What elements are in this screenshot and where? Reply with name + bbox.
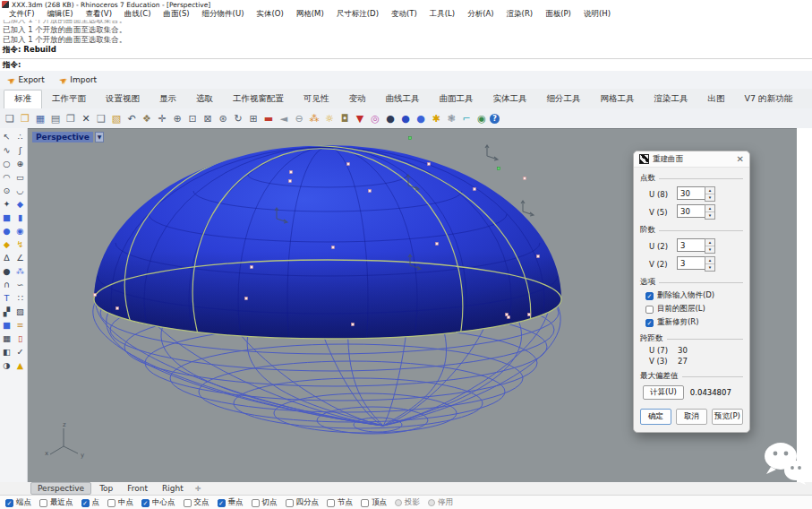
solid-box-icon[interactable]: ■ — [0, 211, 13, 224]
checkbox[interactable]: ✓ — [141, 499, 150, 507]
checkbox[interactable]: ✓ — [645, 319, 654, 327]
freeform-icon[interactable]: ✦ — [0, 197, 13, 211]
menu-item-9[interactable]: 变动(T) — [385, 9, 423, 20]
points-on-icon[interactable]: ⁂ — [307, 111, 321, 126]
menu-item-2[interactable]: 查看(V) — [80, 9, 118, 20]
spotlight-icon[interactable]: ▲ — [13, 358, 27, 372]
toolbar-tab-9[interactable]: 曲面工具 — [430, 91, 483, 108]
open-file-icon[interactable]: ❒ — [18, 111, 32, 126]
menu-item-3[interactable]: 曲线(C) — [118, 9, 158, 20]
array-icon[interactable]: ▦ — [0, 332, 13, 345]
stairs-icon[interactable]: ≡ — [13, 318, 27, 332]
u-count-input[interactable] — [677, 186, 705, 200]
menu-item-4[interactable]: 曲面(S) — [158, 9, 196, 20]
curve-icon[interactable]: ∿ — [0, 143, 13, 157]
color-wheel-icon[interactable]: ◎ — [368, 111, 382, 126]
pole-icon[interactable]: ▯ — [13, 332, 27, 345]
menu-item-10[interactable]: 工具(L) — [423, 9, 461, 20]
extrude-icon[interactable]: ∆ — [0, 251, 13, 264]
osnap-item-3[interactable]: 中点 — [107, 497, 133, 508]
earth-icon[interactable]: ◉ — [474, 111, 489, 126]
toolbar-tab-2[interactable]: 设置视图 — [96, 91, 150, 108]
command-prompt-row[interactable]: 指令: — [0, 58, 812, 72]
checkbox[interactable] — [327, 499, 335, 507]
toolbar-tab-4[interactable]: 选取 — [186, 91, 223, 108]
options-gear-icon[interactable]: ✱ — [429, 111, 443, 126]
osnap-item-2[interactable]: ✓点 — [81, 497, 100, 508]
checkbox[interactable]: ✓ — [81, 499, 90, 507]
osnap-item-7[interactable]: 切点 — [252, 497, 278, 508]
osnap-item-12[interactable]: 停用 — [428, 497, 453, 508]
osnap-item-6[interactable]: ✓垂点 — [218, 497, 244, 508]
lamp-icon[interactable]: ☼ — [322, 111, 337, 126]
toolbar-tab-13[interactable]: 渲染工具 — [645, 91, 698, 108]
gears-icon[interactable]: ❃ — [444, 111, 458, 126]
menu-item-12[interactable]: 渲染(R) — [500, 9, 540, 20]
help-icon[interactable]: ? — [490, 114, 500, 124]
v-count-input[interactable] — [677, 204, 705, 218]
checkbox[interactable] — [39, 499, 47, 507]
viewport-label[interactable]: Perspective ▼ — [32, 132, 104, 142]
checkbox[interactable] — [107, 499, 115, 507]
menu-item-13[interactable]: 面板(P) — [539, 9, 577, 20]
control-curve-icon[interactable]: ʃ — [13, 143, 27, 157]
add-viewport-icon[interactable]: ✛ — [192, 485, 205, 493]
toolbar-tab-5[interactable]: 工作视窗配置 — [223, 91, 294, 108]
copy-page-icon[interactable]: ❐ — [64, 111, 78, 126]
osnap-item-5[interactable]: 交点 — [184, 497, 209, 508]
single-point-icon[interactable]: ∴ — [13, 130, 27, 143]
checkbox[interactable] — [361, 499, 369, 507]
hide-object-icon[interactable]: ⊖ — [292, 111, 306, 126]
radio-icon[interactable] — [428, 499, 435, 506]
checkbox[interactable] — [252, 499, 260, 507]
toolbar-tab-7[interactable]: 变动 — [339, 91, 376, 108]
toolbar-tab-11[interactable]: 细分工具 — [537, 91, 591, 108]
shaded-sphere-icon[interactable]: ● — [383, 111, 397, 126]
fillet-corner-icon[interactable]: ◡ — [13, 184, 27, 197]
viewport-label-text[interactable]: Perspective — [32, 132, 93, 142]
u-degree-spinner[interactable]: ▴▾ — [705, 238, 715, 254]
delete-icon[interactable]: ✕ — [79, 111, 93, 126]
block-icon[interactable]: ■ — [0, 318, 13, 332]
cancel-button[interactable]: 取消 — [676, 409, 707, 425]
option-row-1[interactable]: 目前的图层(L) — [645, 304, 743, 315]
toolbar-tab-10[interactable]: 实体工具 — [483, 91, 537, 108]
viewport-tab-perspective[interactable]: Perspective — [30, 482, 91, 495]
paste-icon[interactable]: ▧ — [109, 111, 124, 126]
osnap-item-4[interactable]: ✓中心点 — [141, 497, 175, 508]
viewport-tab-front[interactable]: Front — [121, 483, 154, 494]
toolbar-tab-0[interactable]: 标准 — [4, 90, 42, 108]
dot-grid-icon[interactable]: ∷ — [13, 291, 27, 305]
blend-arc-icon[interactable]: ∩ — [0, 278, 13, 291]
calculate-button[interactable]: 计算(U) — [643, 385, 684, 400]
copy-icon[interactable]: ❑ — [94, 111, 108, 126]
preview-button[interactable]: 预览(P) — [712, 409, 743, 425]
named-view-icon[interactable]: ▬ — [261, 111, 276, 126]
print-icon[interactable]: ▤ — [48, 111, 63, 126]
zoom-selected-icon[interactable]: ⊛ — [216, 111, 230, 126]
bracket-icon[interactable]: ⌐ — [459, 111, 474, 126]
command-prompt[interactable]: 指令: — [3, 60, 21, 69]
v-degree-spinner[interactable]: ▴▾ — [705, 256, 715, 272]
menu-item-6[interactable]: 实体(O) — [250, 9, 289, 20]
menu-item-5[interactable]: 细分物件(U) — [196, 9, 251, 20]
zoom-window-icon[interactable]: ⊡ — [185, 111, 200, 126]
toolbar-tab-1[interactable]: 工作平面 — [42, 91, 96, 108]
sphere-icon[interactable]: ● — [0, 264, 13, 278]
toolbar-tab-12[interactable]: 网格工具 — [591, 91, 645, 108]
render-sphere-icon[interactable]: ● — [398, 111, 413, 126]
group-icon[interactable]: ▞ — [0, 305, 13, 318]
osnap-item-0[interactable]: ✓端点 — [5, 497, 31, 508]
prev-view-icon[interactable]: ◄ — [277, 111, 291, 126]
check-icon[interactable]: ✓ — [13, 345, 27, 358]
new-file-icon[interactable]: ❏ — [3, 111, 17, 126]
toolbar-tab-3[interactable]: 显示 — [150, 91, 186, 108]
checkbox[interactable] — [286, 499, 294, 507]
move-icon[interactable]: ✛ — [155, 111, 169, 126]
osnap-item-1[interactable]: 最近点 — [39, 497, 73, 508]
option-row-2[interactable]: ✓重新修剪(R) — [645, 317, 743, 328]
viewport-tab-right[interactable]: Right — [156, 483, 190, 494]
u-count-spinner[interactable]: ▴▾ — [705, 186, 715, 202]
select-cursor-icon[interactable]: ↖ — [0, 130, 13, 143]
export-button[interactable]: ➤ Export — [7, 75, 45, 85]
